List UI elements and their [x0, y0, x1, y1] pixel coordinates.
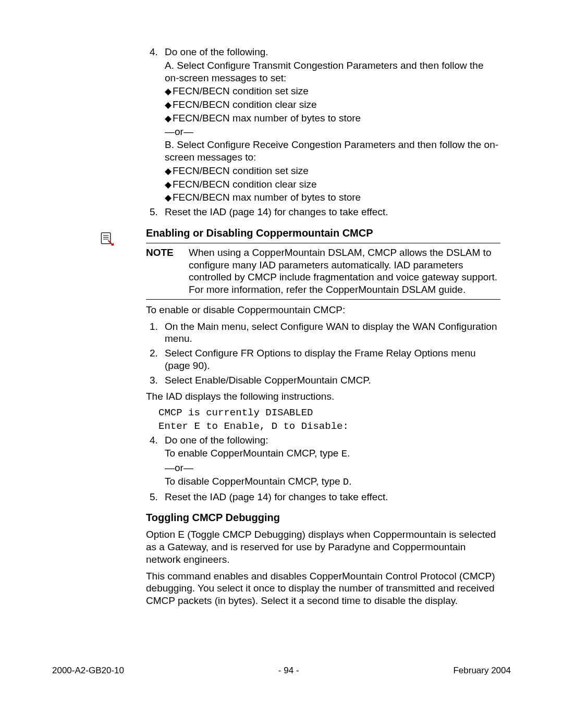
footer-center: - 94 - [278, 665, 299, 676]
rule [146, 299, 500, 300]
text: To enable CopperMountain CMCP, type [165, 448, 341, 459]
sub-line: To enable CopperMountain CMCP, type E. [165, 447, 500, 461]
section-heading: Enabling or Disabling Coppermountain CMC… [146, 227, 500, 240]
code-char: D [343, 476, 349, 488]
list-item-text: Reset the IAD (page 14) for changes to t… [165, 491, 388, 502]
bullet-item: FECN/BECN max number of bytes to store [165, 191, 500, 204]
or-divider: —or— [165, 126, 500, 138]
bullet-item: FECN/BECN condition set size [165, 85, 500, 97]
or-divider: —or— [165, 462, 500, 474]
rule [146, 243, 500, 243]
bullet-item: FECN/BECN condition clear size [165, 178, 500, 191]
paragraph: The IAD displays the following instructi… [146, 390, 500, 403]
list-item-text: On the Main menu, select Configure WAN t… [165, 321, 497, 344]
paragraph: Option E (Toggle CMCP Debugging) display… [146, 528, 500, 565]
footer-right: February 2004 [453, 665, 511, 676]
list-item-text: Do one of the following: [165, 435, 268, 446]
list-item-text: Reset the IAD (page 14) for changes to t… [165, 206, 388, 217]
intro-paragraph: To enable or disable Coppermountain CMCP… [146, 304, 500, 316]
sub-line: To disable CopperMountain CMCP, type D. [165, 475, 500, 489]
ordered-list-1: Do one of the following. A. Select Confi… [146, 46, 500, 218]
page: Do one of the following. A. Select Confi… [0, 0, 563, 728]
list-item-text: Select Configure FR Options to display t… [165, 348, 476, 371]
page-footer: 2000-A2-GB20-10 - 94 - February 2004 [52, 665, 511, 676]
sub-a-intro: A. Select Configure Transmit Congestion … [165, 59, 500, 84]
bullet-item: FECN/BECN condition set size [165, 165, 500, 177]
note-text: When using a CopperMountain DSLAM, CMCP … [189, 246, 500, 296]
sub-b-intro: B. Select Configure Receive Congestion P… [165, 139, 500, 164]
ordered-list-3: Do one of the following: To enable Coppe… [146, 434, 500, 503]
list-item: Do one of the following. A. Select Confi… [161, 46, 500, 204]
list-item: Select Configure FR Options to display t… [161, 347, 500, 372]
note-icon [99, 231, 114, 246]
list-item: Reset the IAD (page 14) for changes to t… [161, 491, 500, 503]
code-line: Enter E to Enable, D to Disable: [158, 421, 500, 433]
bullet-item: FECN/BECN condition clear size [165, 98, 500, 111]
list-item-text: Do one of the following. [165, 46, 268, 57]
paragraph: This command enables and disables Copper… [146, 570, 500, 607]
list-item: Do one of the following: To enable Coppe… [161, 434, 500, 489]
text: . [349, 476, 351, 487]
content-column: Do one of the following. A. Select Confi… [146, 46, 500, 611]
list-item-text: Select Enable/Disable CopperMountain CMC… [165, 375, 371, 386]
section-heading: Toggling CMCP Debugging [146, 511, 500, 524]
list-item: Reset the IAD (page 14) for changes to t… [161, 206, 500, 218]
text: . [347, 448, 350, 459]
ordered-list-2: On the Main menu, select Configure WAN t… [146, 320, 500, 387]
note-block: NOTE When using a CopperMountain DSLAM, … [146, 246, 500, 296]
footer-left: 2000-A2-GB20-10 [52, 665, 124, 676]
note-label: NOTE [146, 246, 189, 259]
code-line: CMCP is currently DISABLED [158, 407, 500, 419]
text: To disable CopperMountain CMCP, type [165, 476, 343, 487]
list-item: On the Main menu, select Configure WAN t… [161, 320, 500, 346]
code-char: E [341, 448, 347, 460]
bullet-item: FECN/BECN max number of bytes to store [165, 112, 500, 125]
list-item: Select Enable/Disable CopperMountain CMC… [161, 374, 500, 387]
